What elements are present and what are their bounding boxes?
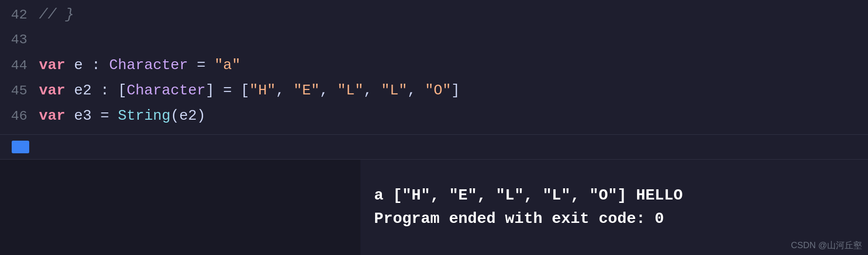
code-line-42: 42 // } bbox=[0, 2, 868, 27]
line-content-42: // } bbox=[39, 2, 74, 27]
code-text: e : bbox=[65, 57, 109, 73]
str-O: "O" bbox=[425, 82, 451, 99]
keyword-var-3: var bbox=[39, 108, 65, 124]
line-number-43: 43 bbox=[0, 27, 39, 53]
code-line-45: 45 var e2 : [Character] = ["H", "E", "L"… bbox=[0, 78, 868, 103]
code-lines: 42 // } 43 44 var e : Character = "a" 45… bbox=[0, 0, 868, 134]
code-text: = bbox=[188, 57, 214, 73]
line-number-47: 47 bbox=[0, 129, 39, 134]
code-text: (e2) bbox=[170, 108, 206, 124]
type-character-arr: Character bbox=[127, 82, 206, 99]
line-number-46: 46 bbox=[0, 104, 39, 129]
str-L1: "L" bbox=[337, 82, 363, 99]
code-area: 42 // } 43 44 var e : Character = "a" 45… bbox=[0, 0, 868, 134]
code-text: , bbox=[276, 82, 293, 99]
output-line1: a ["H", "E", "L", "L", "O"] HELLO bbox=[374, 184, 854, 207]
blue-indicator bbox=[12, 141, 29, 153]
code-text: , bbox=[320, 82, 337, 99]
code-line-44: 44 var e : Character = "a" bbox=[0, 53, 868, 78]
output-line2: Program ended with exit code: 0 bbox=[374, 207, 854, 231]
code-text: , bbox=[135, 133, 153, 134]
code-text: ) bbox=[170, 133, 179, 134]
line-content-44: var e : Character = "a" bbox=[39, 53, 241, 78]
line-number-42: 42 bbox=[0, 2, 39, 28]
code-text: e3 = bbox=[65, 108, 118, 124]
code-text: (e, bbox=[83, 133, 118, 134]
keyword-var-2: var bbox=[39, 82, 65, 99]
code-text: ] bbox=[451, 82, 460, 99]
code-text: e2 : [ bbox=[65, 82, 127, 99]
line-content-45: var e2 : [Character] = ["H", "E", "L", "… bbox=[39, 78, 460, 103]
output-left-panel bbox=[0, 160, 360, 255]
code-line-43: 43 bbox=[0, 27, 868, 53]
str-H: "H" bbox=[249, 82, 276, 99]
watermark: CSDN @山河丘壑 bbox=[791, 239, 862, 251]
code-line-46: 46 var e3 = String(e2) bbox=[0, 103, 868, 128]
code-text: , bbox=[407, 82, 425, 99]
code-text: ] = [ bbox=[206, 82, 249, 99]
line-content-46: var e3 = String(e2) bbox=[39, 103, 206, 128]
string-a: "a" bbox=[214, 57, 241, 73]
str-L2: "L" bbox=[381, 82, 407, 99]
line-number-44: 44 bbox=[0, 53, 39, 78]
output-area: a ["H", "E", "L", "L", "O"] HELLO Progra… bbox=[0, 160, 868, 255]
editor-container: 42 // } 43 44 var e : Character = "a" 45… bbox=[0, 0, 868, 255]
var-e3: e3 bbox=[153, 133, 170, 134]
str-E: "E" bbox=[293, 82, 320, 99]
line-content-47: print(e, e2, e3) bbox=[39, 128, 179, 134]
code-text: , bbox=[363, 82, 381, 99]
type-character: Character bbox=[109, 57, 188, 73]
var-e2: e2 bbox=[118, 133, 135, 134]
line-number-45: 45 bbox=[0, 78, 39, 104]
separator-bar bbox=[0, 134, 868, 160]
func-print: print bbox=[39, 133, 83, 134]
keyword-var: var bbox=[39, 57, 65, 73]
code-line-47: 47 print(e, e2, e3) bbox=[0, 128, 868, 134]
func-string: String bbox=[118, 108, 170, 124]
